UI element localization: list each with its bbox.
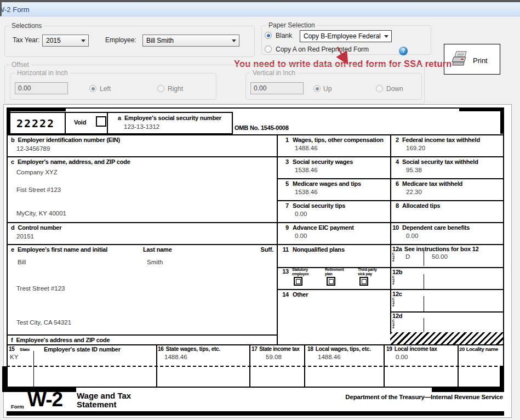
box-12a-code-label: Code xyxy=(392,252,395,261)
box-2-value: 169.20 xyxy=(406,145,425,151)
form-control-code: 22222 xyxy=(8,117,64,130)
box-10-label: 10Dependent care benefits xyxy=(390,224,470,231)
horizontal-offset-input[interactable]: 0.00 xyxy=(15,82,68,94)
corner-bracket xyxy=(7,107,66,111)
blank-radio-label[interactable]: Blank xyxy=(276,32,292,39)
box-5-label: 5Medicare wages and tips xyxy=(280,180,361,187)
box-7-value: 0.00 xyxy=(295,211,307,217)
box-1-value: 1488.46 xyxy=(295,145,318,151)
box-12b-code-label: Code xyxy=(392,275,395,284)
paper-selection-group-label: Paper Selection xyxy=(266,21,317,29)
box-8-label: 8Allocated tips xyxy=(390,202,440,209)
up-radio-label[interactable]: Up xyxy=(323,85,332,93)
vertical-offset-label: Vertical in Inch xyxy=(250,69,298,77)
void-label: Void xyxy=(74,119,86,126)
box-12a-code: D xyxy=(405,253,410,260)
chevron-down-icon xyxy=(81,39,85,42)
box-19-label: 19Local income tax xyxy=(386,346,437,352)
printer-icon xyxy=(451,51,471,69)
box-3-value: 1538.46 xyxy=(295,167,318,173)
box-12d-label: 12d xyxy=(392,313,402,319)
statutory-employee-checkbox xyxy=(294,277,302,286)
box-12c-label: 12c xyxy=(392,291,402,297)
grid-line xyxy=(390,311,503,313)
vertical-offset-input[interactable]: 0.00 xyxy=(250,82,304,94)
box-13-label: 13 xyxy=(280,268,293,275)
horizontal-offset-label: Horizontal in Inch xyxy=(15,69,70,77)
control-number-value: 20151 xyxy=(16,233,34,240)
tax-year-value: 2015 xyxy=(46,37,61,44)
box-18-label: 18Local wages, tips, etc. xyxy=(307,346,371,352)
box-14-label: 14Other xyxy=(280,291,308,298)
copy-type-value: Copy B-Employee Federal xyxy=(304,32,381,40)
help-icon[interactable]: ? xyxy=(399,47,408,55)
box-16-value: 1488.46 xyxy=(164,354,187,360)
last-name-label: Last name xyxy=(143,246,172,253)
down-radio-label[interactable]: Down xyxy=(386,85,403,93)
grid-line xyxy=(384,344,385,387)
box-f-label: fEmployee's address and ZIP code xyxy=(11,337,110,343)
grid-line xyxy=(277,134,278,344)
grid-line xyxy=(7,344,503,345)
grid-line xyxy=(7,334,277,336)
employee-first-name: Bill xyxy=(18,259,26,265)
corner-bracket xyxy=(459,107,504,111)
grid-line xyxy=(156,344,157,387)
right-radio[interactable] xyxy=(157,85,164,92)
ssn-value: 123-13-1312 xyxy=(124,123,159,130)
box-4-value: 95.38 xyxy=(406,167,422,173)
app-window: { "window": { "title": "W-2 Form" }, "se… xyxy=(0,0,520,420)
grid-line xyxy=(7,107,504,109)
grid-line xyxy=(424,318,424,332)
box-6-label: 6Medicare tax withheld xyxy=(390,180,462,187)
copy-type-dropdown[interactable]: Copy B-Employee Federal xyxy=(300,30,392,42)
grid-line xyxy=(33,351,34,387)
offset-group-label: Offset xyxy=(9,61,31,69)
right-radio-label[interactable]: Right xyxy=(168,85,183,93)
employer-name: Company XYZ xyxy=(16,169,58,175)
third-party-sick-pay-checkbox xyxy=(359,277,368,286)
left-radio[interactable] xyxy=(89,85,96,92)
box-2-label: 2Federal income tax withheld xyxy=(390,137,480,143)
grid-line xyxy=(7,222,503,223)
left-radio-label[interactable]: Left xyxy=(100,85,111,93)
box-3-label: 3Social security wages xyxy=(280,158,353,165)
retirement-plan-checkbox xyxy=(327,277,335,286)
corner-bracket xyxy=(2,388,76,392)
box-a-label: aEmployee's social security number xyxy=(118,115,221,121)
employee-dropdown[interactable]: Bill Smith xyxy=(142,35,239,47)
box-b-label: bEmployer identification number (EIN) xyxy=(11,137,120,143)
grid-line xyxy=(7,134,503,135)
corner-bracket xyxy=(7,107,10,134)
ein-value: 12-3456789 xyxy=(16,145,50,152)
annotation-arrow xyxy=(331,45,356,67)
box-7-label: 7Social security tips xyxy=(280,202,345,209)
window-title: W-2 Form xyxy=(0,5,30,14)
blank-radio[interactable] xyxy=(265,32,272,39)
box-15-num: 15 xyxy=(9,346,15,352)
box-1-label: 1Wages, tips, other compensation xyxy=(280,137,384,143)
form-bottom-rule xyxy=(7,411,504,416)
copy-a-radio[interactable] xyxy=(265,46,272,53)
tax-year-dropdown[interactable]: 2015 xyxy=(42,35,89,47)
void-checkbox xyxy=(96,116,106,127)
box-12a-amount: 50.00 xyxy=(432,253,448,260)
print-button[interactable]: Print xyxy=(444,44,500,75)
tax-year-label: Tax Year: xyxy=(13,36,39,44)
box-10-value: 0.00 xyxy=(406,232,418,239)
grid-line xyxy=(7,387,503,388)
down-radio[interactable] xyxy=(376,85,383,92)
suffix-label: Suff. xyxy=(256,246,273,253)
agency-text: Department of the Treasury—Internal Reve… xyxy=(335,394,503,400)
grid-line xyxy=(424,296,424,311)
grid-line xyxy=(424,274,424,289)
chevron-down-icon xyxy=(384,35,388,38)
hatched-area xyxy=(390,332,503,344)
up-radio[interactable] xyxy=(313,85,321,92)
corner-bracket xyxy=(432,388,504,392)
form-title: Wage and Tax Statement xyxy=(77,391,138,409)
box-12c-code-label: Code xyxy=(392,297,395,306)
selections-group-label: Selections xyxy=(9,22,44,30)
window-title-bar: W-2 Form xyxy=(0,0,520,16)
grid-line xyxy=(7,156,503,157)
